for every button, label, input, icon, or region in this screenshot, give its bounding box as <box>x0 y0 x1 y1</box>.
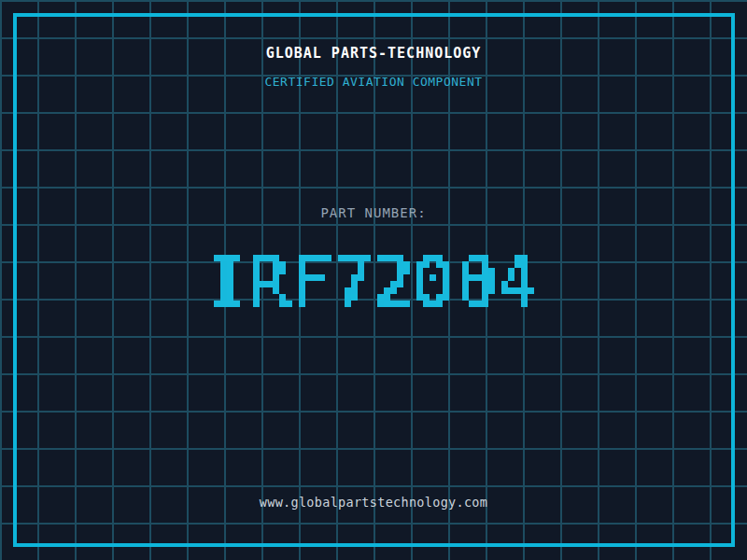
blueprint-page: GLOBAL PARTS-TECHNOLOGY CERTIFIED AVIATI… <box>0 0 747 560</box>
company-title: GLOBAL PARTS-TECHNOLOGY <box>0 45 747 62</box>
certification-subtitle: CERTIFIED AVIATION COMPONENT <box>0 75 747 89</box>
part-number-pixel-text <box>201 229 547 333</box>
part-number-display: IRF72004 <box>0 229 747 333</box>
website-url: www.globalpartstechnology.com <box>0 495 747 510</box>
part-number-label: PART NUMBER: <box>0 205 747 220</box>
